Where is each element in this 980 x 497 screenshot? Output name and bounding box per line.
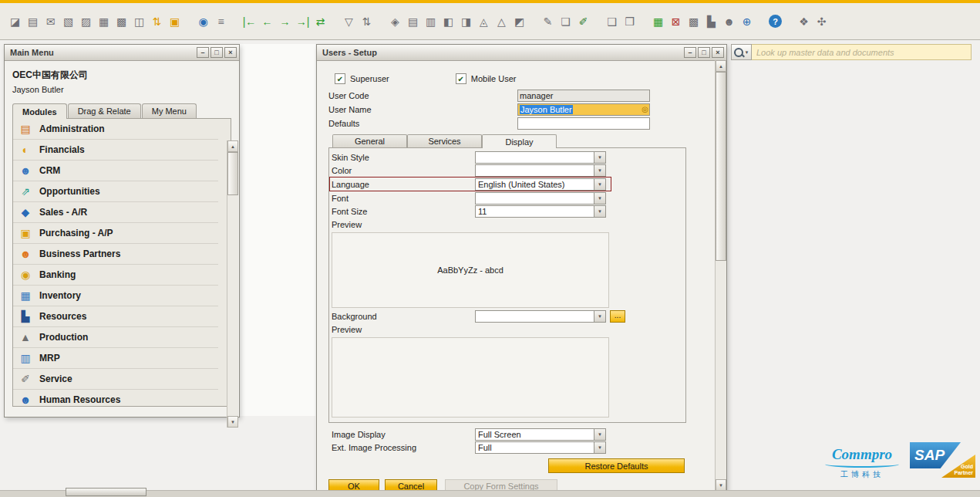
font-size-dropdown[interactable]: 11 ▼ — [475, 205, 606, 218]
font-dropdown[interactable]: ▼ — [475, 192, 606, 205]
tab-my-menu[interactable]: My Menu — [142, 103, 197, 118]
messages-icon[interactable]: ❑ — [603, 12, 621, 30]
main-menu-titlebar[interactable]: Main Menu – □ × — [5, 45, 239, 61]
previous-record-icon[interactable]: ← — [258, 12, 276, 30]
sidebar-item-resources[interactable]: ▙Resources — [13, 306, 218, 327]
new-document-icon[interactable]: ❏ — [557, 12, 574, 30]
sidebar-item-production[interactable]: ▲Production — [13, 327, 218, 348]
browse-button[interactable]: ... — [610, 310, 625, 323]
tab-drag-relate[interactable]: Drag & Relate — [68, 103, 141, 118]
calendar-icon[interactable]: ▦ — [649, 12, 667, 30]
next-record-icon[interactable]: → — [276, 12, 294, 30]
gross-profit-icon[interactable]: ◬ — [475, 12, 493, 30]
cancel-button[interactable]: Cancel — [385, 479, 437, 491]
scroll-down-icon[interactable]: ▼ — [716, 479, 726, 491]
filter-table-icon[interactable]: ▽ — [340, 12, 358, 30]
search-button[interactable]: ▼ — [731, 44, 752, 60]
lock-screen-icon[interactable]: ▣ — [166, 12, 184, 30]
skin-style-dropdown[interactable]: ▼ — [475, 151, 606, 164]
users-setup-scrollbar[interactable]: ▲ ▼ — [715, 60, 726, 491]
superuser-checkbox[interactable]: ✔ — [335, 73, 345, 84]
journal-entry-icon[interactable]: ▤ — [404, 12, 422, 30]
color-dropdown[interactable]: ▼ — [475, 164, 606, 177]
minimize-icon[interactable]: – — [684, 47, 696, 58]
sidebar-item-mrp[interactable]: ▥MRP — [13, 348, 218, 369]
sidebar-item-sales-a-r[interactable]: ◆Sales - A/R — [13, 202, 218, 223]
alerts-icon[interactable]: ❒ — [621, 12, 638, 30]
users-setup-titlebar[interactable]: Users - Setup – □ × — [317, 45, 726, 61]
employee-icon[interactable]: ☻ — [720, 12, 738, 30]
restore-defaults-button[interactable]: Restore Defaults — [548, 458, 685, 473]
minimize-icon[interactable]: – — [197, 47, 209, 58]
defaults-input[interactable] — [517, 117, 650, 130]
maximize-icon[interactable]: □ — [698, 47, 710, 58]
copy-form-settings-button[interactable]: Copy Form Settings — [445, 479, 557, 491]
tab-general[interactable]: General — [332, 134, 407, 147]
tab-services[interactable]: Services — [407, 134, 482, 147]
export-pdf-icon[interactable]: ◫ — [130, 12, 148, 30]
launch-application-icon[interactable]: ⇅ — [148, 12, 166, 30]
form-settings-icon[interactable]: ◩ — [510, 12, 528, 30]
email-icon[interactable]: ✉ — [42, 12, 59, 30]
export-word-icon[interactable]: ▩ — [113, 12, 130, 30]
sidebar-item-service[interactable]: ✐Service — [13, 369, 218, 390]
tab-display[interactable]: Display — [482, 134, 557, 148]
sent-messages-icon[interactable]: ▩ — [685, 12, 702, 30]
sidebar-item-inventory[interactable]: ▦Inventory — [13, 286, 218, 306]
print-preview-icon[interactable]: ◪ — [6, 12, 24, 30]
services-icon[interactable]: ✣ — [813, 12, 830, 30]
web-client-icon[interactable]: ⊕ — [738, 12, 756, 30]
chevron-down-icon[interactable]: ▼ — [594, 206, 605, 217]
help-icon[interactable]: ? — [769, 15, 782, 28]
print-icon[interactable]: ▤ — [24, 12, 42, 30]
scrollbar-thumb[interactable] — [227, 152, 238, 195]
export-excel-icon[interactable]: ▦ — [95, 12, 113, 30]
ok-button[interactable]: OK — [328, 479, 379, 491]
find-icon[interactable]: ◉ — [194, 12, 212, 30]
chevron-down-icon[interactable]: ▼ — [594, 165, 605, 176]
settings-icon[interactable]: ❖ — [795, 12, 813, 30]
sidebar-item-crm[interactable]: ☻CRM — [13, 161, 218, 181]
chart-icon[interactable]: ▙ — [702, 12, 720, 30]
close-icon[interactable]: × — [224, 47, 237, 58]
journal-voucher-icon[interactable]: ≡ — [212, 12, 230, 30]
main-menu-scrollbar[interactable]: ▲ ▼ — [227, 140, 238, 428]
choose-from-list-icon[interactable]: ◎ — [642, 105, 648, 114]
user-name-input[interactable]: Jayson Butler ◎ — [517, 103, 650, 116]
chevron-down-icon[interactable]: ▼ — [594, 311, 605, 322]
first-record-icon[interactable]: |← — [241, 12, 258, 30]
scroll-down-icon[interactable]: ▼ — [227, 416, 238, 428]
chevron-down-icon[interactable]: ▼ — [594, 429, 605, 440]
sidebar-item-opportunities[interactable]: ⇗Opportunities — [13, 181, 218, 202]
background-dropdown[interactable]: ▼ — [475, 310, 606, 323]
edit-icon[interactable]: ✎ — [539, 12, 557, 30]
scrollbar-thumb[interactable] — [716, 72, 726, 261]
refresh-record-icon[interactable]: ⇄ — [312, 12, 329, 30]
language-dropdown[interactable]: English (United States) ▼ — [475, 178, 606, 191]
ext-image-dropdown[interactable]: Full ▼ — [475, 441, 606, 454]
chevron-down-icon[interactable]: ▼ — [594, 442, 605, 453]
chevron-down-icon[interactable]: ▼ — [594, 179, 605, 190]
send-sms-icon[interactable]: ▧ — [59, 12, 77, 30]
sidebar-item-administration[interactable]: ▤Administration — [13, 119, 218, 140]
sidebar-item-financials[interactable]: ◐Financials — [13, 140, 218, 161]
base-document-icon[interactable]: ◧ — [439, 12, 457, 30]
chevron-down-icon[interactable]: ▼ — [594, 193, 605, 204]
inbox-icon[interactable]: ⊠ — [667, 12, 685, 30]
tab-modules[interactable]: Modules — [12, 103, 67, 119]
chevron-down-icon[interactable]: ▼ — [594, 152, 605, 163]
mobile-user-checkbox[interactable]: ✔ — [456, 73, 466, 84]
sidebar-item-banking[interactable]: ◉Banking — [13, 265, 218, 286]
scroll-up-icon[interactable]: ▲ — [227, 140, 238, 152]
payment-means-icon[interactable]: ◈ — [386, 12, 404, 30]
minimized-window[interactable] — [66, 488, 146, 496]
scroll-up-icon[interactable]: ▲ — [716, 60, 726, 72]
last-record-icon[interactable]: →| — [294, 12, 312, 30]
user-code-input[interactable]: manager — [517, 90, 650, 102]
image-display-dropdown[interactable]: Full Screen ▼ — [475, 428, 606, 441]
sidebar-item-purchasing-a-p[interactable]: ▣Purchasing - A/P — [13, 223, 218, 244]
sort-table-icon[interactable]: ⇅ — [358, 12, 375, 30]
send-fax-icon[interactable]: ▨ — [77, 12, 95, 30]
close-icon[interactable]: × — [712, 47, 724, 58]
sidebar-item-business-partners[interactable]: ☻Business Partners — [13, 244, 218, 265]
